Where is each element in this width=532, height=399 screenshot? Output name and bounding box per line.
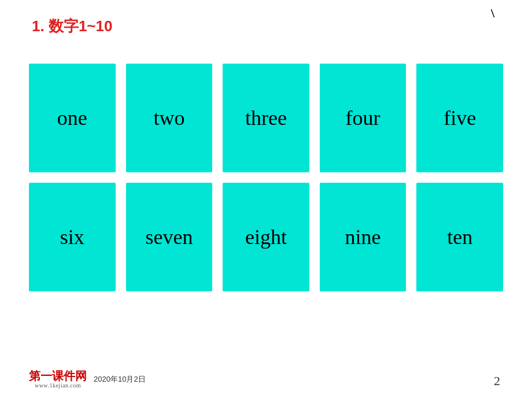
footer-logo: 第一课件网 www.1kejian.com	[29, 370, 87, 389]
card-two: two	[126, 64, 213, 172]
card-label-two: two	[153, 106, 184, 130]
card-label-eight: eight	[245, 225, 287, 249]
card-label-one: one	[57, 106, 87, 130]
card-label-nine: nine	[345, 225, 381, 249]
page-number: 2	[494, 374, 500, 389]
card-label-six: six	[60, 225, 84, 249]
card-three: three	[223, 64, 309, 172]
card-label-seven: seven	[145, 225, 193, 249]
card-seven: seven	[126, 183, 213, 291]
card-ten: ten	[416, 183, 503, 291]
footer-logo-top: 第一课件网	[29, 370, 87, 382]
footer: 第一课件网 www.1kejian.com 2020年10月2日	[29, 370, 146, 389]
card-six: six	[29, 183, 116, 291]
footer-date: 2020年10月2日	[94, 374, 146, 385]
card-nine: nine	[320, 183, 407, 291]
card-eight: eight	[223, 183, 309, 291]
page-title: 1. 数字1~10	[32, 16, 112, 36]
card-five: five	[416, 64, 503, 172]
card-label-five: five	[444, 106, 476, 130]
card-four: four	[320, 64, 407, 172]
card-one: one	[29, 64, 116, 172]
cards-row-2: six seven eight nine ten	[29, 183, 503, 291]
card-label-four: four	[346, 106, 380, 130]
cards-container: one two three four five six seven eight …	[29, 64, 503, 291]
card-label-ten: ten	[447, 225, 472, 249]
card-label-three: three	[245, 106, 287, 130]
footer-logo-bottom: www.1kejian.com	[35, 382, 81, 389]
backslash-decoration: \	[491, 6, 494, 21]
cards-row-1: one two three four five	[29, 64, 503, 172]
